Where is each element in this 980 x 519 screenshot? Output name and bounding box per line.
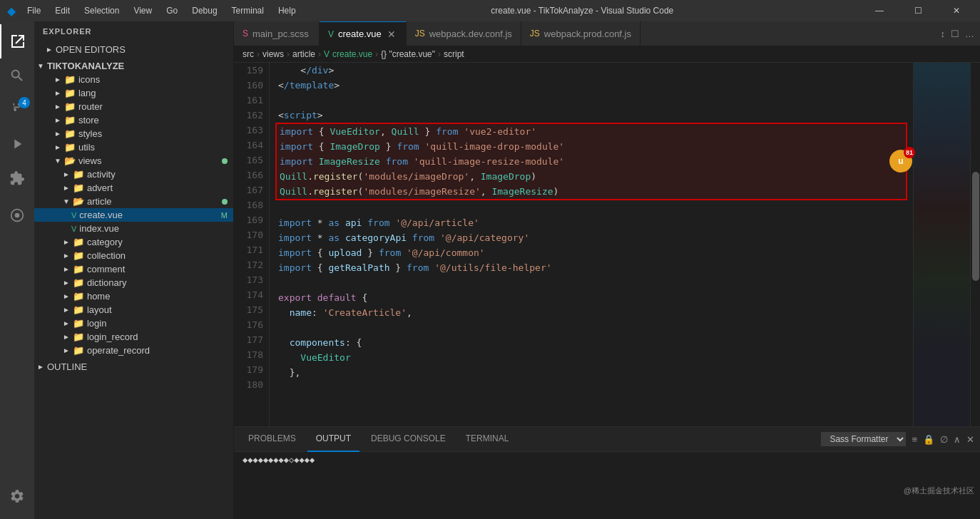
remote-activity-icon[interactable]	[0, 198, 34, 232]
sidebar-item-activity[interactable]: ► 📁 activity	[34, 168, 233, 181]
tab-main-pc-scss[interactable]: S main_pc.scss	[234, 21, 320, 46]
sidebar-item-views[interactable]: ▼ 📂 views	[34, 154, 233, 168]
toggle-panel-icon[interactable]: ☐	[951, 29, 959, 39]
menu-go[interactable]: Go	[160, 4, 183, 17]
panel-lock-icon[interactable]: 🔒	[923, 434, 934, 445]
code-line-167: Quill.register('modules/imageResize', Im…	[280, 184, 903, 199]
menu-help[interactable]: Help	[272, 4, 302, 17]
code-content[interactable]: </div> </template> <script> import { Vue…	[270, 63, 913, 426]
folder-open-icon: 📂	[64, 155, 76, 166]
more-actions-icon[interactable]: …	[965, 29, 974, 39]
code-line-173	[278, 275, 904, 290]
code-line-168	[278, 200, 904, 215]
sidebar-item-login[interactable]: ► 📁 login	[34, 317, 233, 330]
folder-lang-label: lang	[78, 88, 96, 98]
modified-dot	[222, 199, 228, 205]
run-activity-icon[interactable]	[0, 127, 34, 161]
sidebar-item-icons[interactable]: ► 📁 icons	[34, 73, 233, 86]
sidebar-item-comment[interactable]: ► 📁 comment	[34, 262, 233, 276]
tab-create-vue[interactable]: V create.vue ✕	[320, 21, 407, 46]
avatar-initials: u	[898, 156, 903, 166]
sidebar-item-create-vue[interactable]: V create.vue M	[34, 208, 233, 222]
search-activity-icon[interactable]	[0, 58, 34, 93]
breadcrumb-sep3: ›	[318, 49, 321, 59]
sidebar-item-home[interactable]: ► 📁 home	[34, 289, 233, 303]
settings-activity-icon[interactable]	[0, 479, 34, 513]
chevron-right-icon: ►	[54, 76, 61, 83]
vertical-scrollbar[interactable]	[970, 63, 980, 426]
sidebar-item-index-vue[interactable]: V index.vue	[34, 222, 233, 235]
modified-badge: M	[221, 211, 228, 220]
tab-close-button[interactable]: ✕	[386, 27, 397, 41]
folder-article-label: article	[87, 196, 112, 207]
menu-edit[interactable]: Edit	[49, 4, 76, 17]
breadcrumb-article[interactable]: article	[292, 49, 315, 59]
chevron-right-icon: ►	[46, 46, 53, 53]
code-line-170: import * as categoryApi from '@/api/cate…	[278, 230, 904, 245]
minimize-button[interactable]: —	[863, 0, 896, 21]
split-editor-icon[interactable]: ↕	[941, 29, 946, 39]
sidebar-item-router[interactable]: ► 📁 router	[34, 100, 233, 113]
explorer-activity-icon[interactable]	[0, 24, 34, 58]
breadcrumb-script[interactable]: script	[444, 49, 464, 59]
folder-router-label: router	[78, 101, 103, 112]
sidebar-item-advert[interactable]: ► 📁 advert	[34, 181, 233, 195]
breadcrumb-src[interactable]: src	[243, 49, 254, 59]
folder-icon: 📁	[64, 74, 76, 85]
sidebar-item-operate-record[interactable]: ► 📁 operate_record	[34, 344, 233, 357]
menu-selection[interactable]: Selection	[78, 4, 125, 17]
sidebar-item-collection[interactable]: ► 📁 collection	[34, 249, 233, 262]
open-editors-section: ► OPEN EDITORS	[34, 41, 233, 58]
panel-close-icon[interactable]: ✕	[966, 434, 974, 445]
folder-open-icon: 📂	[73, 196, 84, 207]
panel-clear-icon[interactable]: ∅	[940, 434, 948, 445]
sidebar-item-category[interactable]: ► 📁 category	[34, 235, 233, 249]
menu-view[interactable]: View	[128, 4, 158, 17]
chevron-right-icon: ►	[37, 363, 44, 371]
folder-icon: 📁	[64, 128, 76, 139]
sidebar-item-layout[interactable]: ► 📁 layout	[34, 303, 233, 317]
sidebar-item-login-record[interactable]: ► 📁 login_record	[34, 330, 233, 344]
open-editors-header[interactable]: ► OPEN EDITORS	[34, 43, 233, 56]
file-create-vue-label: create.vue	[79, 210, 123, 220]
tabs-actions: ↕ ☐ …	[935, 21, 981, 46]
chevron-right-icon: ►	[63, 319, 70, 327]
sidebar-item-utils[interactable]: ► 📁 utils	[34, 140, 233, 154]
menu-terminal[interactable]: Terminal	[226, 4, 270, 17]
sidebar-item-store[interactable]: ► 📁 store	[34, 113, 233, 127]
sidebar-header: EXPLORER	[34, 21, 233, 41]
breadcrumb-views[interactable]: views	[262, 49, 284, 59]
menu-file[interactable]: File	[21, 4, 46, 17]
outline-header[interactable]: ► OUTLINE	[34, 360, 233, 374]
tab-problems[interactable]: PROBLEMS	[240, 427, 305, 452]
close-button[interactable]: ✕	[940, 0, 973, 21]
menu-debug[interactable]: Debug	[186, 4, 223, 17]
tab-terminal[interactable]: TERMINAL	[457, 427, 518, 452]
extensions-activity-icon[interactable]	[0, 161, 34, 195]
breadcrumb-create-vue[interactable]: create.vue	[332, 49, 372, 59]
tab-webpack-prod[interactable]: JS webpack.prod.conf.js	[521, 21, 640, 46]
tab-webpack-dev[interactable]: JS webpack.dev.conf.js	[407, 21, 521, 46]
scrollbar-thumb[interactable]	[972, 172, 979, 281]
sidebar-item-lang[interactable]: ► 📁 lang	[34, 86, 233, 100]
panel-maximize-icon[interactable]: ∧	[954, 434, 961, 445]
tab-webpack-dev-label: webpack.dev.conf.js	[429, 29, 512, 39]
watermark: @稀土掘金技术社区	[898, 483, 980, 499]
folder-operate-record-label: operate_record	[87, 345, 150, 356]
formatter-selector[interactable]: Sass Formatter	[821, 432, 906, 446]
source-control-activity-icon[interactable]: 4	[0, 93, 34, 127]
folder-styles-label: styles	[78, 128, 102, 139]
breadcrumb-create-vue-obj[interactable]: {} "create.vue"	[381, 49, 435, 59]
panel-filter-icon[interactable]: ≡	[912, 434, 917, 445]
project-root-header[interactable]: ▼ TIKTOKANALYZE	[34, 59, 233, 73]
maximize-button[interactable]: ☐	[902, 0, 934, 21]
tab-debug-console[interactable]: DEBUG CONSOLE	[362, 427, 454, 452]
sidebar-item-dictionary[interactable]: ► 📁 dictionary	[34, 276, 233, 289]
vscode-logo-icon: ◆	[7, 4, 16, 18]
vue-file-icon: V	[71, 211, 76, 220]
chevron-right-icon: ►	[63, 333, 70, 341]
sidebar-item-article[interactable]: ▼ 📂 article	[34, 195, 233, 208]
tab-output[interactable]: OUTPUT	[307, 427, 359, 452]
scss-file-icon: S	[243, 29, 248, 38]
sidebar-item-styles[interactable]: ► 📁 styles	[34, 127, 233, 140]
